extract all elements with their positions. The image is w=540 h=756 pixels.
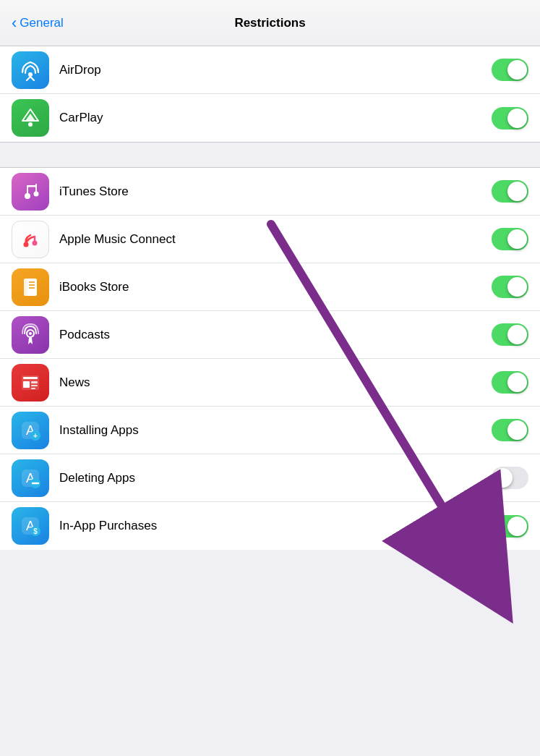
section-separator	[0, 142, 540, 168]
apple-music-icon	[12, 221, 49, 258]
svg-point-11	[24, 242, 29, 247]
installing-toggle[interactable]	[492, 419, 528, 441]
svg-point-19	[29, 332, 32, 335]
svg-point-12	[33, 240, 38, 245]
ibooks-icon	[12, 268, 49, 306]
toggle-knob	[507, 517, 527, 536]
page-title: Restrictions	[234, 16, 305, 30]
deleting-toggle[interactable]	[492, 467, 528, 489]
svg-rect-22	[23, 381, 30, 388]
svg-text:$: $	[33, 527, 38, 535]
airdrop-icon	[12, 51, 49, 89]
nav-header: ‹ General Restrictions	[0, 0, 540, 46]
svg-rect-14	[27, 279, 37, 296]
svg-text:+: +	[33, 432, 38, 440]
apple-music-label: Apple Music Connect	[59, 232, 492, 247]
list-item[interactable]: CarPlay	[0, 94, 540, 142]
back-chevron-icon: ‹	[12, 14, 17, 33]
list-item[interactable]: iTunes Store	[0, 168, 540, 216]
back-label: General	[20, 16, 63, 30]
itunes-label: iTunes Store	[59, 184, 492, 199]
settings-section-2: iTunes Store Apple Music Connect	[0, 168, 540, 550]
inapp-label: In-App Purchases	[59, 519, 492, 533]
list-item[interactable]: Podcasts	[0, 311, 540, 359]
svg-line-2	[30, 77, 34, 80]
toggle-knob	[507, 60, 527, 80]
svg-point-5	[28, 122, 33, 127]
list-item[interactable]: A + Installing Apps	[0, 407, 540, 454]
airdrop-label: AirDrop	[59, 63, 492, 77]
podcasts-toggle[interactable]	[492, 323, 528, 346]
installing-label: Installing Apps	[59, 423, 492, 438]
toggle-knob	[507, 277, 527, 297]
list-item[interactable]: A Deleting Apps	[0, 454, 540, 502]
toggle-knob	[507, 229, 527, 249]
apple-music-toggle[interactable]	[492, 228, 528, 250]
back-button[interactable]: ‹ General	[12, 14, 64, 33]
inapp-toggle[interactable]	[492, 515, 528, 538]
podcasts-label: Podcasts	[59, 328, 492, 342]
news-toggle[interactable]	[492, 371, 528, 394]
settings-section-1: AirDrop CarPlay	[0, 46, 540, 142]
deleting-label: Deleting Apps	[59, 471, 492, 485]
list-item[interactable]: Apple Music Connect	[0, 216, 540, 263]
svg-rect-24	[31, 385, 38, 386]
list-item[interactable]: iBooks Store	[0, 263, 540, 311]
installing-apps-icon: A +	[12, 412, 49, 449]
list-item[interactable]: AirDrop	[0, 46, 540, 94]
inapp-purchases-icon: A $	[12, 507, 49, 545]
itunes-icon	[12, 173, 49, 211]
deleting-apps-icon: A	[12, 459, 49, 497]
list-item[interactable]: News	[0, 359, 540, 407]
carplay-icon	[12, 99, 49, 137]
toggle-knob	[507, 182, 527, 201]
itunes-toggle[interactable]	[492, 180, 528, 203]
svg-rect-25	[31, 388, 35, 389]
toggle-knob	[507, 373, 527, 392]
svg-rect-23	[31, 381, 38, 383]
toggle-knob	[493, 468, 513, 488]
podcasts-icon	[12, 316, 49, 354]
toggle-knob	[507, 325, 527, 344]
carplay-label: CarPlay	[59, 111, 492, 125]
svg-rect-10	[27, 185, 37, 187]
ibooks-label: iBooks Store	[59, 280, 492, 294]
toggle-knob	[507, 109, 527, 128]
news-icon	[12, 364, 49, 402]
ibooks-toggle[interactable]	[492, 276, 528, 298]
news-label: News	[59, 375, 492, 390]
airdrop-toggle[interactable]	[492, 59, 528, 81]
toggle-knob	[507, 420, 527, 440]
svg-rect-21	[23, 377, 38, 379]
list-item[interactable]: A $ In-App Purchases	[0, 502, 540, 550]
carplay-toggle[interactable]	[492, 107, 528, 129]
